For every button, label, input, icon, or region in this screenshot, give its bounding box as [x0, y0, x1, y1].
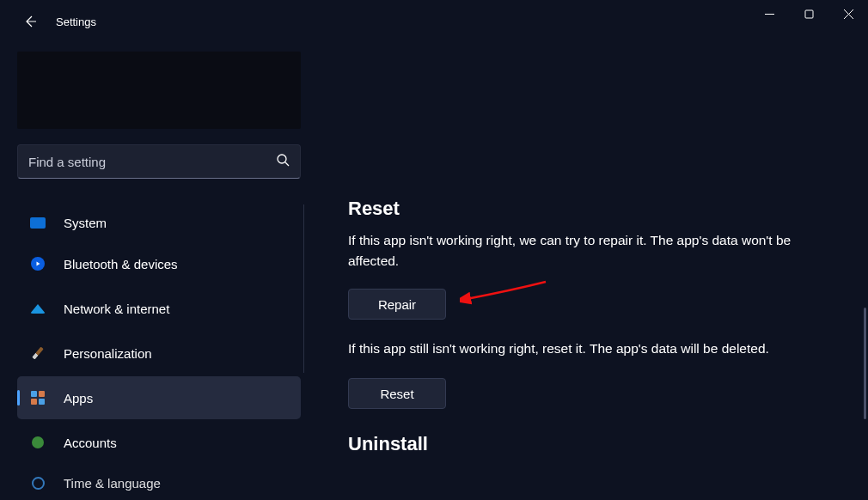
- arrow-left-icon: [23, 15, 37, 28]
- nav-divider: [303, 204, 304, 373]
- search-input[interactable]: [28, 155, 277, 169]
- nav-list: System Bluetooth & devices Network & int…: [17, 204, 301, 500]
- sidebar-item-label: System: [64, 216, 107, 230]
- close-icon: [844, 9, 853, 19]
- account-icon: [29, 434, 46, 451]
- minimize-button[interactable]: [749, 0, 789, 27]
- bluetooth-icon: [29, 255, 46, 272]
- window-controls: [749, 0, 868, 27]
- sidebar-item-accounts[interactable]: Accounts: [17, 421, 301, 464]
- svg-rect-1: [805, 10, 813, 18]
- search-box[interactable]: [17, 144, 301, 179]
- reset-description: If this app still isn't working right, r…: [348, 338, 847, 359]
- maximize-icon: [804, 9, 814, 19]
- sidebar-item-time-language[interactable]: Time & language: [17, 466, 301, 500]
- sidebar-item-label: Apps: [64, 391, 93, 405]
- uninstall-heading: Uninstall: [348, 433, 853, 455]
- wifi-icon: [29, 300, 46, 317]
- back-button[interactable]: [17, 9, 43, 34]
- sidebar-item-apps[interactable]: Apps: [17, 376, 301, 419]
- monitor-icon: [29, 214, 46, 231]
- sidebar-item-system[interactable]: System: [17, 204, 301, 241]
- sidebar-item-bluetooth[interactable]: Bluetooth & devices: [17, 242, 301, 285]
- sidebar-item-network[interactable]: Network & internet: [17, 287, 301, 330]
- sidebar-item-label: Accounts: [64, 436, 117, 450]
- repair-description: If this app isn't working right, we can …: [348, 230, 829, 271]
- main-layout: System Bluetooth & devices Network & int…: [0, 43, 868, 500]
- reset-button-label: Reset: [380, 387, 413, 401]
- scrollbar[interactable]: [864, 308, 866, 419]
- repair-button-label: Repair: [378, 297, 416, 312]
- sidebar-item-label: Time & language: [64, 476, 161, 491]
- repair-button[interactable]: Repair: [348, 289, 446, 320]
- titlebar: Settings: [0, 0, 868, 43]
- sidebar-item-label: Network & internet: [64, 302, 169, 316]
- search-icon: [277, 154, 290, 170]
- svg-point-4: [278, 155, 286, 163]
- brush-icon: [29, 345, 46, 362]
- apps-icon: [29, 389, 46, 406]
- sidebar-item-label: Personalization: [64, 346, 152, 361]
- close-button[interactable]: [828, 0, 868, 27]
- maximize-button[interactable]: [789, 0, 828, 27]
- reset-button[interactable]: Reset: [348, 378, 446, 409]
- content-area: Reset If this app isn't working right, w…: [318, 43, 868, 500]
- minimize-icon: [765, 9, 774, 19]
- svg-line-5: [285, 162, 289, 166]
- clock-icon: [29, 474, 46, 491]
- sidebar-item-label: Bluetooth & devices: [64, 257, 178, 271]
- user-profile-block[interactable]: [17, 52, 301, 129]
- sidebar-item-personalization[interactable]: Personalization: [17, 332, 301, 375]
- sidebar: System Bluetooth & devices Network & int…: [0, 43, 318, 500]
- reset-heading: Reset: [348, 198, 853, 220]
- app-title: Settings: [56, 15, 96, 28]
